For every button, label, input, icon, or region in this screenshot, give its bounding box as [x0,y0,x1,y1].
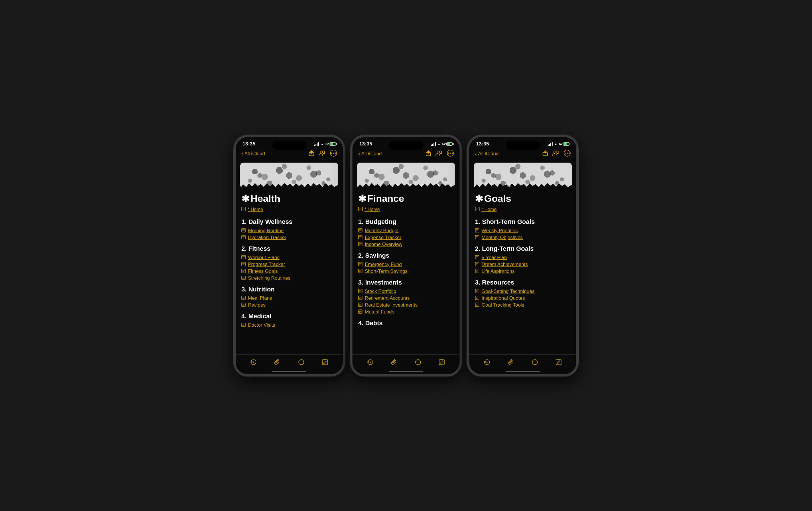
item-link[interactable]: Income Overview [365,242,402,247]
item-link[interactable]: Progress Tracker [248,262,285,267]
tab-compose[interactable] [412,357,424,367]
back-label: All iCloud [244,151,265,157]
item-link[interactable]: Fitness Goals [248,269,278,274]
phone-finance: 13:35▲62‹All iCloud ✱ Finance * Home1. B… [350,135,462,377]
nav-bar: ‹All iCloud [352,149,460,160]
item-link[interactable]: Mutual Funds [365,309,394,315]
item-link[interactable]: Monthly Objectives [482,235,523,240]
tab-list[interactable] [364,357,377,367]
dynamic-island [272,141,307,150]
item-link[interactable]: Real Estate Investments [365,302,417,308]
list-item[interactable]: Mutual Funds [358,309,454,315]
nav-bar: ‹All iCloud [236,149,343,160]
tab-edit[interactable] [435,357,448,367]
item-link[interactable]: Morning Routine [248,228,284,234]
item-link[interactable]: Weekly Priorities [482,228,518,234]
tab-edit[interactable] [552,357,565,367]
note-icon [358,269,362,274]
item-link[interactable]: Workout Plans [248,255,280,261]
list-item[interactable]: Fitness Goals [241,269,337,274]
nav-actions [309,150,337,158]
home-link[interactable]: * Home [358,207,454,212]
tab-attach[interactable] [271,357,284,367]
list-item[interactable]: Inspirational Quotes [475,295,571,301]
list-item[interactable]: Emergency Fund [358,262,454,267]
svg-point-58 [452,153,453,154]
item-link[interactable]: Retirement Accounts [365,295,410,301]
list-item[interactable]: Stock Portfolio [358,289,454,294]
tab-compose[interactable] [295,357,308,367]
item-link[interactable]: Doctor Visits [248,322,275,328]
tab-edit[interactable] [319,357,331,367]
note-icon [241,235,246,240]
note-icon [475,289,479,294]
tab-list[interactable] [481,357,493,367]
tab-bar [469,354,576,369]
list-item[interactable]: Income Overview [358,242,454,247]
item-link[interactable]: Monthly Budget [365,228,399,234]
tab-list[interactable] [247,357,260,367]
list-item[interactable]: Stretching Routines [241,275,337,281]
list-item[interactable]: Expense Tracker [358,235,454,240]
item-link[interactable]: Goal Tracking Tools [482,302,524,308]
list-item[interactable]: Life Aspirations [475,269,571,274]
item-link[interactable]: Expense Tracker [365,235,401,240]
list-item[interactable]: Goal Tracking Tools [475,302,571,308]
back-button[interactable]: ‹All iCloud [358,151,382,157]
item-link[interactable]: Emergency Fund [365,262,402,267]
share-icon[interactable] [426,150,431,157]
list-item[interactable]: Monthly Objectives [475,235,571,240]
item-link[interactable]: Inspirational Quotes [482,295,525,301]
people-icon[interactable] [319,150,325,157]
section-items-1: 5-Year Plan Dream Achievements Life Aspi… [475,255,571,274]
list-item[interactable]: Weekly Priorities [475,228,571,234]
home-link[interactable]: * Home [475,207,571,212]
tab-compose[interactable] [528,357,541,367]
more-icon[interactable] [330,150,337,158]
people-icon[interactable] [552,150,559,157]
list-item[interactable]: Workout Plans [241,255,337,261]
note-icon [358,289,362,294]
list-item[interactable]: Real Estate Investments [358,302,454,308]
item-link[interactable]: Goal-Setting Techniques [482,289,534,294]
list-item[interactable]: Doctor Visits [241,322,337,328]
people-icon[interactable] [435,150,442,157]
note-icon [475,235,479,240]
home-link[interactable]: * Home [241,207,337,212]
list-item[interactable]: Recipes [241,302,337,308]
section-title-2: 3. Resources [475,279,571,286]
section-1: 2. Long-Term Goals 5-Year Plan Dream Ach… [475,245,571,274]
tab-attach[interactable] [504,357,517,367]
item-link[interactable]: Dream Achievements [482,262,528,267]
list-item[interactable]: Goal-Setting Techniques [475,289,571,294]
list-item[interactable]: Retirement Accounts [358,295,454,301]
section-items-2: Stock Portfolio Retirement Accounts Real… [358,289,454,315]
item-link[interactable]: 5-Year Plan [482,255,507,261]
share-icon[interactable] [309,150,314,157]
back-button[interactable]: ‹All iCloud [241,151,265,157]
more-icon[interactable] [447,150,454,158]
item-link[interactable]: Hydration Tracker [248,235,286,240]
list-item[interactable]: Short-Term Savings [358,269,454,274]
svg-point-110 [567,153,568,154]
list-item[interactable]: Hydration Tracker [241,235,337,240]
share-icon[interactable] [543,150,548,157]
phone-health: 13:35▲62‹All iCloud ✱ Health * Home1. Da… [233,135,345,377]
tab-attach[interactable] [388,357,400,367]
item-link[interactable]: Stretching Routines [248,275,290,281]
list-item[interactable]: 5-Year Plan [475,255,571,261]
item-link[interactable]: Short-Term Savings [365,269,407,274]
list-item[interactable]: Morning Routine [241,228,337,234]
list-item[interactable]: Progress Tracker [241,262,337,267]
list-item[interactable]: Dream Achievements [475,262,571,267]
list-item[interactable]: Monthly Budget [358,228,454,234]
list-item[interactable]: Meal Plans [241,295,337,301]
note-icon [241,323,246,328]
item-link[interactable]: Stock Portfolio [365,289,396,294]
back-button[interactable]: ‹All iCloud [475,151,498,157]
item-link[interactable]: Recipes [248,302,265,308]
item-link[interactable]: Life Aspirations [482,269,515,274]
note-icon [475,269,479,274]
more-icon[interactable] [564,150,571,158]
item-link[interactable]: Meal Plans [248,295,272,301]
